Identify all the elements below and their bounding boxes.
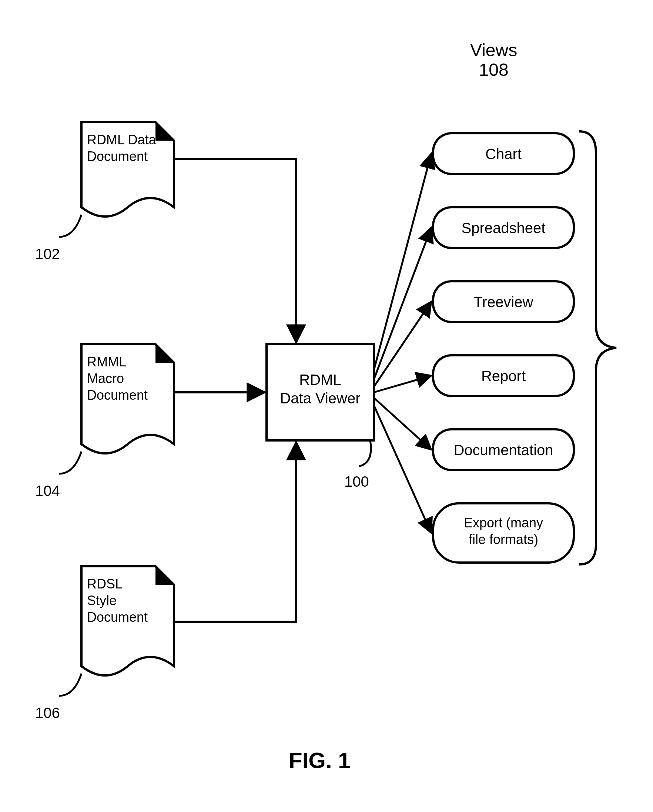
view-export: Export (many file formats) [433, 503, 574, 563]
ref-100: 100 [344, 473, 369, 490]
rdsl-line1: RDSL [87, 576, 122, 591]
views-ref: 108 [470, 60, 517, 80]
rmml-line1: RMML [87, 354, 126, 369]
view-chart-label: Chart [485, 146, 521, 162]
view-chart: Chart [433, 133, 574, 174]
diagram-page: RDML Data Document 102 RMML Macro Docume… [0, 0, 653, 812]
diagram-svg: RDML Data Document 102 RMML Macro Docume… [0, 0, 653, 812]
view-documentation-label: Documentation [453, 442, 553, 458]
rdsl-line3: Document [87, 609, 148, 625]
views-group-label: Views 108 [470, 41, 517, 80]
rdsl-line2: Style [87, 593, 116, 608]
views-label-text: Views [470, 41, 517, 60]
rdml-data-line1: RDML Data [87, 132, 157, 147]
rdml-data-viewer: RDML Data Viewer [266, 344, 374, 440]
processor-line2: Data Viewer [280, 390, 360, 406]
view-export-line2: file formats) [469, 532, 538, 547]
rdml-data-line2: Document [87, 149, 148, 164]
ref-102: 102 [35, 246, 60, 262]
view-spreadsheet-label: Spreadsheet [462, 220, 546, 236]
rmml-line2: Macro [87, 371, 124, 386]
view-spreadsheet: Spreadsheet [433, 207, 574, 248]
view-export-line1: Export (many [464, 515, 543, 530]
view-report: Report [433, 355, 574, 396]
arrow-to-chart [374, 154, 431, 370]
rdsl-style-document: RDSL Style Document [81, 566, 174, 675]
arrow-style-to-viewer [174, 442, 296, 622]
arrow-to-treeview [374, 302, 431, 387]
view-treeview-label: Treeview [474, 294, 534, 310]
arrow-to-spreadsheet [374, 227, 431, 379]
views-brace [579, 131, 616, 565]
rmml-macro-document: RMML Macro Document [81, 344, 174, 453]
ref-104: 104 [35, 482, 60, 499]
arrow-to-report [374, 375, 431, 392]
figure-label: FIG. 1 [289, 748, 350, 773]
view-documentation: Documentation [433, 429, 574, 470]
ref-106: 106 [35, 705, 60, 721]
processor-line1: RDML [299, 372, 341, 388]
rdml-data-document: RDML Data Document [81, 122, 174, 217]
view-report-label: Report [481, 368, 526, 384]
rmml-line3: Document [87, 388, 148, 403]
arrow-data-to-viewer [174, 159, 296, 342]
view-treeview: Treeview [433, 281, 574, 322]
